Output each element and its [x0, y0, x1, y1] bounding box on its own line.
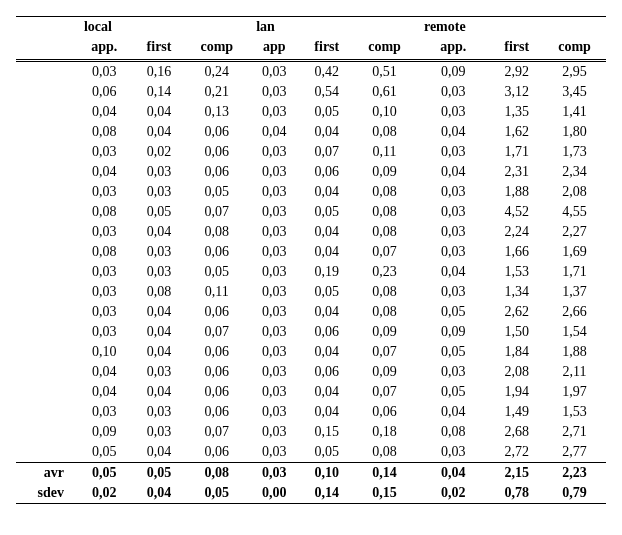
data-cell: 0,02 — [416, 483, 490, 504]
data-cell: 3,45 — [543, 82, 606, 102]
data-cell: 0,03 — [248, 242, 300, 262]
data-cell: 0,03 — [416, 82, 490, 102]
data-cell: 0,04 — [300, 122, 353, 142]
data-cell: 2,27 — [543, 222, 606, 242]
data-cell: 0,06 — [185, 402, 248, 422]
table-row: 0,030,030,060,030,040,060,041,491,53 — [16, 402, 606, 422]
data-cell: 0,04 — [133, 382, 186, 402]
data-cell: 0,04 — [300, 302, 353, 322]
data-cell: 0,03 — [76, 262, 133, 282]
data-cell: 0,05 — [133, 202, 186, 222]
table-row: 0,080,040,060,040,040,080,041,621,80 — [16, 122, 606, 142]
data-cell: 0,10 — [353, 102, 416, 122]
data-cell: 2,08 — [490, 362, 543, 382]
data-cell: 0,03 — [133, 182, 186, 202]
data-cell: 0,03 — [248, 82, 300, 102]
data-cell: 4,52 — [490, 202, 543, 222]
data-cell: 0,03 — [416, 222, 490, 242]
data-cell: 0,04 — [133, 442, 186, 463]
header-cell: local — [76, 17, 133, 38]
data-cell: 0,04 — [416, 162, 490, 182]
data-cell: 0,06 — [185, 142, 248, 162]
data-cell: 0,08 — [353, 442, 416, 463]
data-cell: 0,09 — [416, 61, 490, 83]
table-row: 0,060,140,210,030,540,610,033,123,45 — [16, 82, 606, 102]
data-cell: 0,11 — [185, 282, 248, 302]
data-cell: 2,24 — [490, 222, 543, 242]
data-cell: 0,04 — [416, 402, 490, 422]
data-cell: 0,19 — [300, 262, 353, 282]
table-row: 0,040,040,060,030,040,070,051,941,97 — [16, 382, 606, 402]
data-cell: 0,04 — [300, 342, 353, 362]
header-row-1: locallanremote — [16, 17, 606, 38]
data-cell: 1,53 — [490, 262, 543, 282]
data-cell: 0,03 — [248, 162, 300, 182]
data-cell: 0,05 — [185, 483, 248, 504]
data-cell: 1,71 — [543, 262, 606, 282]
header-cell — [543, 17, 606, 38]
data-cell — [16, 342, 76, 362]
data-cell: 1,54 — [543, 322, 606, 342]
header-cell — [133, 17, 186, 38]
table-header: locallanremote app.firstcompappfirstcomp… — [16, 17, 606, 61]
data-cell: 1,37 — [543, 282, 606, 302]
data-cell: 2,71 — [543, 422, 606, 442]
data-cell: 0,06 — [185, 162, 248, 182]
header-cell — [490, 17, 543, 38]
data-cell: 0,02 — [133, 142, 186, 162]
data-cell: 0,03 — [248, 142, 300, 162]
data-cell: 0,07 — [353, 382, 416, 402]
data-cell: 0,04 — [133, 102, 186, 122]
data-cell: 0,04 — [76, 162, 133, 182]
data-cell: 0,04 — [133, 483, 186, 504]
data-cell: 0,09 — [353, 162, 416, 182]
table-row: 0,080,030,060,030,040,070,031,661,69 — [16, 242, 606, 262]
data-cell: 0,14 — [353, 463, 416, 484]
table-row: 0,050,040,060,030,050,080,032,722,77 — [16, 442, 606, 463]
data-cell: 0,07 — [300, 142, 353, 162]
data-cell: 2,31 — [490, 162, 543, 182]
summary-row: sdev0,020,040,050,000,140,150,020,780,79 — [16, 483, 606, 504]
table-row: 0,080,050,070,030,050,080,034,524,55 — [16, 202, 606, 222]
data-cell: 0,54 — [300, 82, 353, 102]
data-cell: 0,04 — [416, 122, 490, 142]
data-cell: 2,23 — [543, 463, 606, 484]
data-cell: 1,62 — [490, 122, 543, 142]
data-cell: 1,41 — [543, 102, 606, 122]
data-cell: 0,04 — [300, 382, 353, 402]
data-cell: 0,05 — [300, 202, 353, 222]
data-cell: 0,08 — [76, 122, 133, 142]
header-cell: app. — [416, 37, 490, 61]
data-cell — [16, 122, 76, 142]
data-cell: 0,00 — [248, 483, 300, 504]
data-cell: 0,09 — [76, 422, 133, 442]
data-cell: 0,05 — [300, 442, 353, 463]
data-cell: 0,06 — [185, 302, 248, 322]
data-cell: 0,07 — [185, 422, 248, 442]
data-cell: 0,24 — [185, 61, 248, 83]
data-cell: 0,15 — [353, 483, 416, 504]
table-row: 0,030,020,060,030,070,110,031,711,73 — [16, 142, 606, 162]
table-row: 0,040,040,130,030,050,100,031,351,41 — [16, 102, 606, 122]
data-cell: 0,03 — [76, 61, 133, 83]
data-cell: 0,03 — [133, 242, 186, 262]
table-row: 0,030,040,060,030,040,080,052,622,66 — [16, 302, 606, 322]
data-cell: 0,08 — [353, 222, 416, 242]
data-cell: 2,08 — [543, 182, 606, 202]
data-cell: 0,08 — [185, 463, 248, 484]
header-cell — [353, 17, 416, 38]
table-row: 0,030,030,050,030,190,230,041,531,71 — [16, 262, 606, 282]
data-cell — [16, 322, 76, 342]
data-cell: 2,72 — [490, 442, 543, 463]
data-cell: 0,08 — [76, 202, 133, 222]
data-cell: 0,79 — [543, 483, 606, 504]
data-cell — [16, 242, 76, 262]
data-cell: 0,08 — [185, 222, 248, 242]
table-row: 0,100,040,060,030,040,070,051,841,88 — [16, 342, 606, 362]
data-cell: 0,03 — [248, 402, 300, 422]
data-cell: 2,77 — [543, 442, 606, 463]
data-cell: 0,04 — [133, 342, 186, 362]
table-row: 0,090,030,070,030,150,180,082,682,71 — [16, 422, 606, 442]
data-cell: 0,03 — [416, 362, 490, 382]
data-cell: 1,80 — [543, 122, 606, 142]
